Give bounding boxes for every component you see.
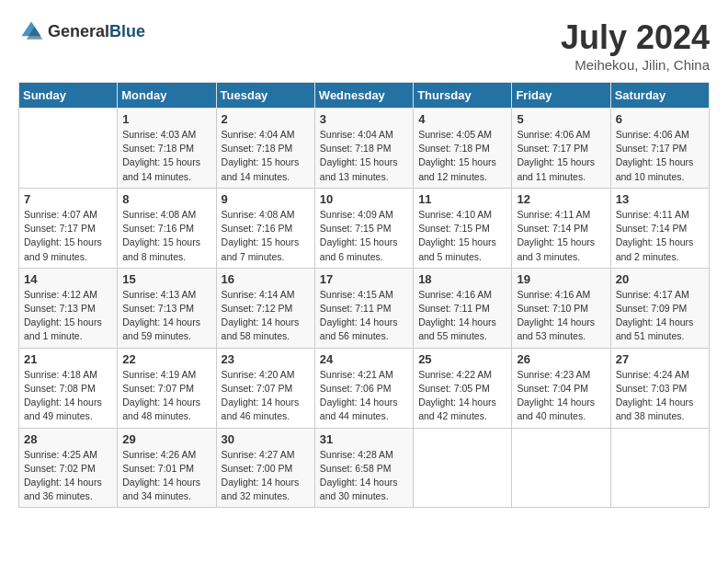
day-number: 3 [320, 112, 408, 126]
day-number: 29 [122, 432, 210, 446]
day-number: 28 [24, 432, 112, 446]
day-number: 20 [616, 272, 704, 286]
logo-general: General [48, 22, 109, 40]
day-number: 21 [24, 352, 112, 366]
day-info: Sunrise: 4:10 AM Sunset: 7:15 PM Dayligh… [418, 208, 506, 264]
day-number: 13 [616, 192, 704, 206]
day-info: Sunrise: 4:22 AM Sunset: 7:05 PM Dayligh… [418, 368, 506, 424]
header-day-sunday: Sunday [19, 83, 118, 109]
day-number: 14 [24, 272, 112, 286]
day-info: Sunrise: 4:21 AM Sunset: 7:06 PM Dayligh… [320, 368, 408, 424]
day-info: Sunrise: 4:23 AM Sunset: 7:04 PM Dayligh… [517, 368, 605, 424]
day-number: 31 [320, 432, 408, 446]
day-info: Sunrise: 4:03 AM Sunset: 7:18 PM Dayligh… [122, 128, 210, 184]
day-number: 18 [418, 272, 506, 286]
day-number: 7 [24, 192, 112, 206]
day-number: 1 [122, 112, 210, 126]
week-row-3: 14Sunrise: 4:12 AM Sunset: 7:13 PM Dayli… [19, 268, 710, 348]
day-info: Sunrise: 4:20 AM Sunset: 7:07 PM Dayligh… [222, 368, 310, 424]
day-info: Sunrise: 4:12 AM Sunset: 7:13 PM Dayligh… [24, 288, 112, 344]
day-info: Sunrise: 4:06 AM Sunset: 7:17 PM Dayligh… [616, 128, 704, 184]
day-info: Sunrise: 4:16 AM Sunset: 7:10 PM Dayligh… [517, 288, 605, 344]
week-row-1: 1Sunrise: 4:03 AM Sunset: 7:18 PM Daylig… [19, 109, 710, 189]
day-info: Sunrise: 4:17 AM Sunset: 7:09 PM Dayligh… [616, 288, 704, 344]
page-header: GeneralBlue July 2024 Meihekou, Jilin, C… [18, 18, 710, 73]
calendar-cell: 27Sunrise: 4:24 AM Sunset: 7:03 PM Dayli… [610, 348, 709, 428]
day-number: 10 [320, 192, 408, 206]
day-info: Sunrise: 4:05 AM Sunset: 7:18 PM Dayligh… [418, 128, 506, 184]
calendar-cell: 1Sunrise: 4:03 AM Sunset: 7:18 PM Daylig… [118, 109, 216, 189]
day-number: 6 [616, 112, 704, 126]
calendar-cell: 24Sunrise: 4:21 AM Sunset: 7:06 PM Dayli… [314, 348, 413, 428]
week-row-2: 7Sunrise: 4:07 AM Sunset: 7:17 PM Daylig… [19, 188, 710, 268]
day-number: 19 [517, 272, 605, 286]
calendar-cell: 13Sunrise: 4:11 AM Sunset: 7:14 PM Dayli… [610, 188, 709, 268]
day-info: Sunrise: 4:09 AM Sunset: 7:15 PM Dayligh… [320, 208, 408, 264]
day-info: Sunrise: 4:04 AM Sunset: 7:18 PM Dayligh… [320, 128, 408, 184]
day-info: Sunrise: 4:19 AM Sunset: 7:07 PM Dayligh… [122, 368, 210, 424]
calendar-header: SundayMondayTuesdayWednesdayThursdayFrid… [19, 83, 710, 109]
day-number: 15 [122, 272, 210, 286]
day-number: 8 [122, 192, 210, 206]
header-row: SundayMondayTuesdayWednesdayThursdayFrid… [19, 83, 710, 109]
day-info: Sunrise: 4:08 AM Sunset: 7:16 PM Dayligh… [122, 208, 210, 264]
title-block: July 2024 Meihekou, Jilin, China [561, 18, 710, 73]
calendar-cell: 3Sunrise: 4:04 AM Sunset: 7:18 PM Daylig… [314, 109, 413, 189]
week-row-5: 28Sunrise: 4:25 AM Sunset: 7:02 PM Dayli… [19, 428, 710, 508]
calendar-cell: 7Sunrise: 4:07 AM Sunset: 7:17 PM Daylig… [19, 188, 118, 268]
calendar-cell: 11Sunrise: 4:10 AM Sunset: 7:15 PM Dayli… [414, 188, 512, 268]
day-info: Sunrise: 4:16 AM Sunset: 7:11 PM Dayligh… [418, 288, 506, 344]
calendar-cell: 9Sunrise: 4:08 AM Sunset: 7:16 PM Daylig… [216, 188, 314, 268]
header-day-tuesday: Tuesday [216, 83, 314, 109]
calendar-cell: 14Sunrise: 4:12 AM Sunset: 7:13 PM Dayli… [19, 268, 118, 348]
calendar-cell: 18Sunrise: 4:16 AM Sunset: 7:11 PM Dayli… [414, 268, 512, 348]
calendar-cell: 19Sunrise: 4:16 AM Sunset: 7:10 PM Dayli… [512, 268, 610, 348]
calendar-cell: 15Sunrise: 4:13 AM Sunset: 7:13 PM Dayli… [118, 268, 216, 348]
calendar-cell: 4Sunrise: 4:05 AM Sunset: 7:18 PM Daylig… [414, 109, 512, 189]
calendar-cell: 12Sunrise: 4:11 AM Sunset: 7:14 PM Dayli… [512, 188, 610, 268]
day-info: Sunrise: 4:08 AM Sunset: 7:16 PM Dayligh… [222, 208, 310, 264]
logo: GeneralBlue [18, 18, 145, 44]
day-info: Sunrise: 4:04 AM Sunset: 7:18 PM Dayligh… [222, 128, 310, 184]
calendar-cell: 20Sunrise: 4:17 AM Sunset: 7:09 PM Dayli… [610, 268, 709, 348]
header-day-friday: Friday [512, 83, 610, 109]
calendar-cell [610, 428, 709, 508]
calendar-cell: 30Sunrise: 4:27 AM Sunset: 7:00 PM Dayli… [216, 428, 314, 508]
logo-blue: Blue [109, 22, 145, 40]
calendar-cell: 25Sunrise: 4:22 AM Sunset: 7:05 PM Dayli… [414, 348, 512, 428]
header-day-thursday: Thursday [414, 83, 512, 109]
day-number: 24 [320, 352, 408, 366]
day-number: 17 [320, 272, 408, 286]
day-info: Sunrise: 4:13 AM Sunset: 7:13 PM Dayligh… [122, 288, 210, 344]
day-info: Sunrise: 4:24 AM Sunset: 7:03 PM Dayligh… [616, 368, 704, 424]
day-number: 5 [517, 112, 605, 126]
calendar-cell [512, 428, 610, 508]
day-info: Sunrise: 4:15 AM Sunset: 7:11 PM Dayligh… [320, 288, 408, 344]
calendar-cell: 29Sunrise: 4:26 AM Sunset: 7:01 PM Dayli… [118, 428, 216, 508]
calendar-cell [19, 109, 118, 189]
day-info: Sunrise: 4:18 AM Sunset: 7:08 PM Dayligh… [24, 368, 112, 424]
day-info: Sunrise: 4:28 AM Sunset: 6:58 PM Dayligh… [320, 448, 408, 504]
day-info: Sunrise: 4:11 AM Sunset: 7:14 PM Dayligh… [517, 208, 605, 264]
day-info: Sunrise: 4:26 AM Sunset: 7:01 PM Dayligh… [122, 448, 210, 504]
calendar-cell: 10Sunrise: 4:09 AM Sunset: 7:15 PM Dayli… [314, 188, 413, 268]
calendar-cell: 22Sunrise: 4:19 AM Sunset: 7:07 PM Dayli… [118, 348, 216, 428]
calendar-cell: 2Sunrise: 4:04 AM Sunset: 7:18 PM Daylig… [216, 109, 314, 189]
day-number: 11 [418, 192, 506, 206]
day-number: 22 [122, 352, 210, 366]
month-year-title: July 2024 [561, 18, 710, 57]
day-number: 23 [222, 352, 310, 366]
calendar-cell: 26Sunrise: 4:23 AM Sunset: 7:04 PM Dayli… [512, 348, 610, 428]
calendar-cell: 5Sunrise: 4:06 AM Sunset: 7:17 PM Daylig… [512, 109, 610, 189]
logo-text: GeneralBlue [48, 22, 145, 41]
calendar-body: 1Sunrise: 4:03 AM Sunset: 7:18 PM Daylig… [19, 109, 710, 508]
header-day-monday: Monday [118, 83, 216, 109]
header-day-wednesday: Wednesday [314, 83, 413, 109]
calendar-table: SundayMondayTuesdayWednesdayThursdayFrid… [18, 82, 710, 508]
day-info: Sunrise: 4:07 AM Sunset: 7:17 PM Dayligh… [24, 208, 112, 264]
day-number: 27 [616, 352, 704, 366]
calendar-cell: 21Sunrise: 4:18 AM Sunset: 7:08 PM Dayli… [19, 348, 118, 428]
calendar-cell: 23Sunrise: 4:20 AM Sunset: 7:07 PM Dayli… [216, 348, 314, 428]
day-info: Sunrise: 4:14 AM Sunset: 7:12 PM Dayligh… [222, 288, 310, 344]
day-number: 4 [418, 112, 506, 126]
